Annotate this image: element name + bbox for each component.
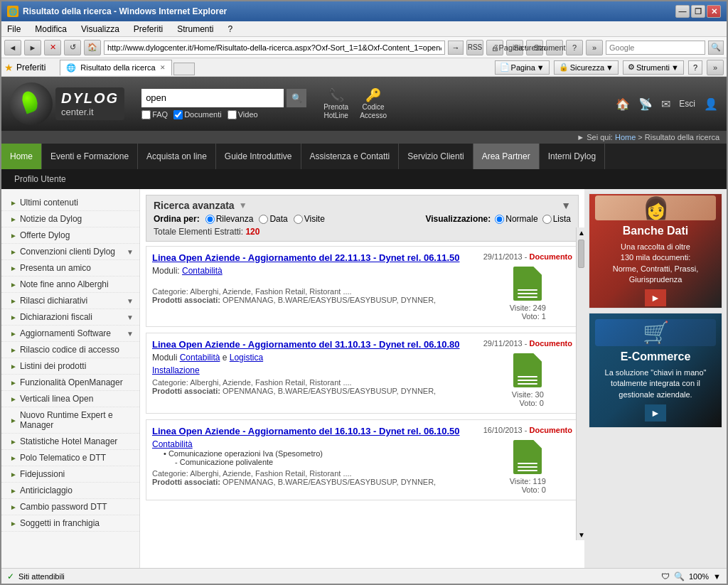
result-title-0[interactable]: Linea Open Aziende - Aggiornamento del 2…: [152, 252, 483, 263]
menu-strumenti[interactable]: Strumenti: [174, 23, 216, 36]
browser-tab[interactable]: 🌐 Risultato della ricerca ✕: [60, 60, 171, 75]
scroll-down-button[interactable]: ▼: [584, 530, 586, 540]
prenota-hotline-button[interactable]: 📞 PrenotaHotLine: [323, 87, 348, 120]
moduli-link-contabilita-1[interactable]: Contabilità: [180, 353, 220, 363]
sidebar-item-9[interactable]: ► Rilascio codice di accesso: [1, 342, 139, 358]
stop-button[interactable]: ✕: [44, 40, 61, 55]
strumenti-dropdown[interactable]: ⚙ Strumenti ▼: [623, 60, 684, 75]
envelope-header-icon[interactable]: ✉: [661, 97, 670, 111]
sidebar-item-14[interactable]: ► Statistiche Hotel Manager: [1, 434, 139, 450]
forward-button[interactable]: ►: [24, 40, 41, 55]
sidebar-item-13[interactable]: ► Nuovo Runtime Expert e Manager: [1, 407, 139, 434]
menu-modifica[interactable]: Modifica: [32, 23, 70, 36]
banche-arrow[interactable]: ►: [645, 289, 666, 306]
result-title-1[interactable]: Linea Open Aziende - Aggiornamento del 3…: [152, 339, 483, 350]
sidebar-item-3[interactable]: ► Convenzioni clienti Dylog ▼: [1, 244, 139, 260]
menu-visualizza[interactable]: Visualizza: [78, 23, 122, 36]
video-checkbox-label[interactable]: Video: [228, 110, 258, 119]
sidebar-item-2[interactable]: ► Offerte Dylog: [1, 227, 139, 244]
security-dropdown[interactable]: 🔒 Sicurezza ▼: [554, 60, 619, 75]
view-normale-radio[interactable]: [495, 215, 504, 224]
content-scrollbar[interactable]: ▲ ▼: [584, 227, 586, 540]
codice-accesso-button[interactable]: 🔑 CodiceAccesso: [360, 87, 387, 120]
site-search-button[interactable]: 🔍: [287, 89, 306, 107]
sidebar-item-7[interactable]: ► Dichiarazioni fiscali ▼: [1, 309, 139, 326]
nav-home[interactable]: Home: [1, 144, 42, 169]
tab-close-button[interactable]: ✕: [160, 64, 166, 71]
sidebar-item-4[interactable]: ► Presenta un amico: [1, 260, 139, 277]
collapse-arrow[interactable]: ▼: [561, 200, 571, 211]
result-title-2[interactable]: Linea Open Aziende - Aggiornamento del 1…: [152, 426, 483, 436]
address-input[interactable]: [104, 41, 445, 55]
extra-bookmarks-button[interactable]: »: [707, 60, 724, 75]
sort-visite-radio[interactable]: [294, 215, 303, 224]
nav-acquista[interactable]: Acquista on line: [138, 144, 216, 169]
sidebar-item-19[interactable]: ► Soggetti in franchigia: [1, 515, 139, 532]
sort-data-radio[interactable]: [259, 215, 268, 224]
help-bookmarks-button[interactable]: ?: [688, 60, 702, 75]
close-button[interactable]: ✕: [707, 5, 721, 18]
sort-visite[interactable]: Visite: [294, 214, 325, 224]
go-button[interactable]: →: [448, 41, 464, 55]
sort-data[interactable]: Data: [259, 214, 287, 224]
sort-rilevanza-radio[interactable]: [205, 215, 215, 224]
sort-rilevanza[interactable]: Rilevanza: [205, 214, 254, 224]
zoom-arrow[interactable]: ▼: [713, 572, 721, 581]
extra-button[interactable]: »: [586, 40, 603, 55]
moduli-link-contabilita-0[interactable]: Contabilità: [182, 266, 223, 276]
home-button[interactable]: 🏠: [84, 40, 101, 55]
tools-button[interactable]: Strumenti▼: [546, 40, 563, 55]
sidebar-item-16[interactable]: ► Fidejussioni: [1, 466, 139, 483]
sidebar-item-11[interactable]: ► Funzionalità OpenManager: [1, 375, 139, 391]
refresh-button[interactable]: ↺: [64, 40, 81, 55]
view-lista[interactable]: Lista: [542, 214, 571, 224]
menu-preferiti[interactable]: Preferiti: [131, 23, 166, 36]
menu-help[interactable]: ?: [225, 23, 236, 36]
scroll-up-button[interactable]: ▲: [584, 227, 586, 238]
moduli-link-logistica-1[interactable]: Logistica: [230, 353, 263, 363]
view-lista-radio[interactable]: [542, 215, 552, 224]
sidebar-item-5[interactable]: ► Note fine anno Alberghi: [1, 277, 139, 293]
sidebar-item-18[interactable]: ► Cambio password DTT: [1, 499, 139, 515]
nav-eventi[interactable]: Eventi e Formazione: [42, 144, 138, 169]
sidebar-item-8[interactable]: ► Aggiornamenti Software ▼: [1, 326, 139, 342]
sidebar-item-1[interactable]: ► Notizie da Dylog: [1, 211, 139, 227]
home-header-icon[interactable]: 🏠: [616, 97, 630, 111]
sub-nav-profilo[interactable]: Profilo Utente: [7, 174, 73, 184]
sidebar-item-12[interactable]: ► Verticali linea Open: [1, 391, 139, 407]
sidebar-item-0[interactable]: ► Ultimi contenuti: [1, 195, 139, 211]
nav-area-partner[interactable]: Area Partner: [473, 144, 540, 169]
help-nav-button[interactable]: ?: [566, 40, 583, 55]
breadcrumb-home[interactable]: Home: [615, 133, 636, 141]
sidebar-item-6[interactable]: ► Rilasci dichiarativi ▼: [1, 293, 139, 309]
sidebar-item-15[interactable]: ► Polo Telematico e DTT: [1, 450, 139, 466]
faq-checkbox-label[interactable]: FAQ: [141, 110, 168, 119]
menu-file[interactable]: File: [4, 23, 23, 36]
installazione-link[interactable]: Installazione: [152, 365, 200, 375]
documenti-checkbox[interactable]: [173, 110, 183, 119]
esci-label[interactable]: Esci: [679, 99, 695, 109]
view-normale[interactable]: Normale: [495, 214, 537, 224]
nav-guide[interactable]: Guide Introduttive: [216, 144, 301, 169]
rss-header-icon[interactable]: 📡: [638, 97, 653, 111]
restore-button[interactable]: ❐: [691, 5, 705, 18]
new-tab-area[interactable]: [173, 63, 195, 75]
search-go-button[interactable]: 🔍: [708, 41, 724, 55]
nav-interni[interactable]: Interni Dylog: [540, 144, 605, 169]
documenti-checkbox-label[interactable]: Documenti: [173, 110, 222, 119]
favorites-button[interactable]: ★ Preferiti: [4, 62, 46, 73]
faq-checkbox[interactable]: [141, 110, 151, 119]
contabilita-link-2[interactable]: Contabilità: [152, 439, 193, 449]
search-input[interactable]: [606, 41, 705, 55]
nav-servizio[interactable]: Servizio Clienti: [399, 144, 473, 169]
video-checkbox[interactable]: [228, 110, 237, 119]
back-button[interactable]: ◄: [4, 40, 21, 55]
sidebar-item-17[interactable]: ► Antiriciclaggio: [1, 483, 139, 499]
nav-assistenza[interactable]: Assistenza e Contatti: [301, 144, 400, 169]
site-search-input[interactable]: [141, 89, 284, 107]
minimize-button[interactable]: —: [675, 5, 690, 18]
page-dropdown[interactable]: 📄 Pagina ▼: [495, 60, 550, 75]
sidebar-item-10[interactable]: ► Listini dei prodotti: [1, 358, 139, 375]
rss-button[interactable]: RSS: [466, 40, 483, 55]
ecommerce-arrow[interactable]: ►: [645, 404, 666, 422]
